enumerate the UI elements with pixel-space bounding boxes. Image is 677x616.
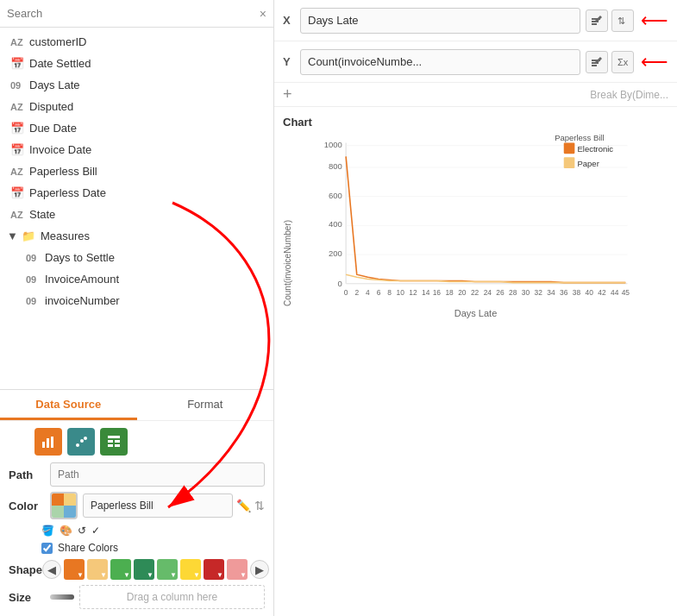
field-name: Disputed <box>29 100 263 113</box>
svg-text:45: 45 <box>622 288 630 297</box>
size-drop-target[interactable]: Drag a column here <box>79 585 265 609</box>
field-name: Paperless Date <box>29 186 263 199</box>
chart-x-axis-label: Days Late <box>283 308 668 318</box>
path-input[interactable] <box>50 462 265 487</box>
share-colors-label: Share Colors <box>58 542 118 554</box>
y-axis-row: Y Count(invoiceNumbe... Σx ⟵ <box>274 41 677 83</box>
size-label: Size <box>9 591 50 604</box>
next-shape-btn[interactable]: ▶ <box>250 560 269 579</box>
field-type-icon: AZ <box>10 37 29 47</box>
y-axis-field[interactable]: Count(invoiceNumbe... <box>300 49 580 75</box>
list-item[interactable]: 09 Days to Settle <box>0 247 273 268</box>
svg-rect-1 <box>47 438 49 448</box>
field-type-icon: 09 <box>26 253 45 263</box>
refresh-icon[interactable]: ↺ <box>78 525 86 537</box>
tab-format[interactable]: Format <box>137 390 274 420</box>
svg-text:12: 12 <box>409 288 417 297</box>
shape-color-3[interactable]: ▼ <box>110 559 131 580</box>
svg-text:14: 14 <box>422 288 430 297</box>
search-input[interactable] <box>7 7 260 20</box>
list-item[interactable]: 09 Days Late <box>0 74 273 96</box>
field-type-icon: AZ <box>10 102 29 112</box>
share-colors-checkbox[interactable] <box>41 543 53 554</box>
svg-text:Σx: Σx <box>617 57 629 67</box>
edit-color-icon[interactable]: ✏️ <box>236 499 251 512</box>
x-axis-label: X <box>283 14 300 27</box>
svg-text:Electronic: Electronic <box>578 144 614 154</box>
svg-text:6: 6 <box>377 288 381 297</box>
list-item[interactable]: 📅 Invoice Date <box>0 139 273 160</box>
svg-rect-59 <box>564 143 575 154</box>
color-swatch[interactable] <box>50 492 78 519</box>
svg-text:26: 26 <box>496 288 505 297</box>
list-item[interactable]: 📅 Date Settled <box>0 53 273 74</box>
x-axis-field[interactable]: Days Late <box>300 8 580 34</box>
svg-rect-2 <box>51 437 53 448</box>
svg-text:0: 0 <box>338 279 342 288</box>
y-field-edit-icon[interactable] <box>586 51 608 73</box>
scatter-chart-icon[interactable] <box>67 428 95 456</box>
svg-text:44: 44 <box>611 288 619 297</box>
y-axis-controls: Σx <box>586 51 634 73</box>
list-item[interactable]: AZ Paperless Bill <box>0 160 273 182</box>
field-type-icon: 09 <box>10 80 29 91</box>
svg-text:Paper: Paper <box>578 159 599 168</box>
list-item[interactable]: 09 invoiceNumber <box>0 290 273 311</box>
shape-color-2[interactable]: ▼ <box>87 559 108 580</box>
bar-chart-icon[interactable] <box>34 428 62 456</box>
shape-label: Shape <box>9 563 42 576</box>
chart-inner: 0 200 400 600 800 1000 <box>296 134 668 306</box>
chart-area: Chart Count(invoiceNumber) 0 200 400 <box>274 107 677 327</box>
list-item[interactable]: AZ Disputed <box>0 96 273 117</box>
clear-search-icon[interactable]: × <box>260 7 266 21</box>
palette-icon[interactable]: 🎨 <box>60 525 72 537</box>
field-name: Paperless Bill <box>29 165 263 178</box>
x-axis-controls: ⇅ <box>586 9 634 32</box>
svg-text:4: 4 <box>366 288 370 297</box>
shape-color-7[interactable]: ▼ <box>204 559 224 580</box>
color-row: Color Paperless Bill ✏️ ⇅ <box>9 492 265 519</box>
shape-row: Shape ◀ ▼ ▼ ▼ ▼ ▼ ▼ ▼ ▼ ▶ <box>9 559 265 580</box>
x-field-sort-icon[interactable]: ⇅ <box>611 9 634 32</box>
sort-color-icon[interactable]: ⇅ <box>254 499 265 512</box>
tab-data-source[interactable]: Data Source <box>0 390 137 420</box>
svg-text:400: 400 <box>329 219 342 229</box>
y-field-sum-icon[interactable]: Σx <box>611 51 634 73</box>
chart-container: Count(invoiceNumber) 0 200 400 <box>283 134 668 306</box>
add-field-icon[interactable]: + <box>283 85 292 104</box>
svg-text:28: 28 <box>509 288 517 297</box>
svg-text:⇅: ⇅ <box>617 16 625 26</box>
field-name: Due Date <box>29 122 263 135</box>
field-type-icon: 📅 <box>10 186 29 199</box>
chart-svg: 0 200 400 600 800 1000 <box>296 134 668 306</box>
size-row: Size Drag a column here <box>9 585 265 609</box>
shape-color-4[interactable]: ▼ <box>134 559 154 580</box>
table-chart-icon[interactable] <box>100 428 128 456</box>
list-item[interactable]: 📅 Paperless Date <box>0 182 273 204</box>
svg-point-4 <box>80 439 84 443</box>
shape-color-8[interactable]: ▼ <box>227 559 248 580</box>
list-item[interactable]: 📅 Due Date <box>0 117 273 139</box>
list-item[interactable]: 09 InvoiceAmount <box>0 268 273 290</box>
prev-shape-btn[interactable]: ◀ <box>42 560 61 579</box>
svg-text:0: 0 <box>344 288 348 297</box>
list-item[interactable]: AZ customerID <box>0 31 273 53</box>
svg-text:2: 2 <box>354 288 359 297</box>
measures-section-header[interactable]: ▼ 📁 Measures <box>0 225 273 247</box>
list-item[interactable]: AZ State <box>0 204 273 225</box>
svg-text:20: 20 <box>458 288 467 297</box>
share-colors-row: 🪣 🎨 ↺ ✓ <box>41 525 265 537</box>
shape-color-5[interactable]: ▼ <box>157 559 178 580</box>
x-field-edit-icon[interactable] <box>586 9 608 32</box>
svg-text:30: 30 <box>522 288 530 297</box>
shape-color-6[interactable]: ▼ <box>180 559 201 580</box>
paint-bucket-icon[interactable]: 🪣 <box>41 525 54 537</box>
folder-icon: 📁 <box>22 229 35 242</box>
shape-color-1[interactable]: ▼ <box>64 559 85 580</box>
svg-text:Paperless Bill: Paperless Bill <box>555 134 604 142</box>
chart-title: Chart <box>283 116 668 129</box>
svg-text:18: 18 <box>445 288 454 297</box>
field-name: State <box>29 208 263 221</box>
check-icon[interactable]: ✓ <box>91 525 100 537</box>
field-type-icon: 📅 <box>10 143 29 156</box>
